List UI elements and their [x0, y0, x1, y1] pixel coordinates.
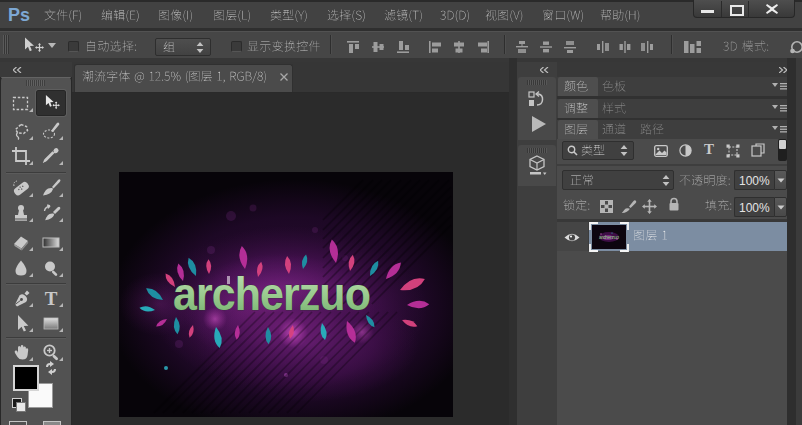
- svg-text:archerzuo: archerzuo: [173, 267, 370, 320]
- svg-text:T: T: [45, 288, 58, 308]
